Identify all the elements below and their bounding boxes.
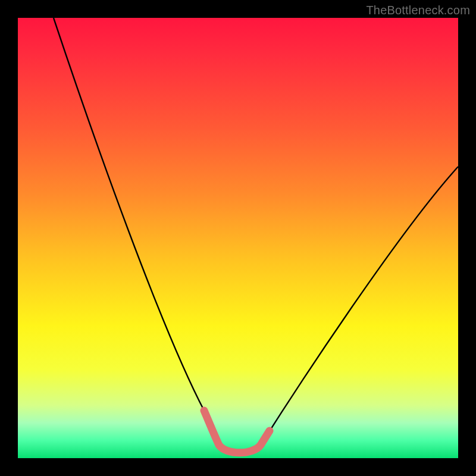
plot-area	[18, 18, 458, 458]
bottom-marker-band	[204, 411, 270, 453]
watermark-text: TheBottleneck.com	[366, 4, 470, 17]
curve-left	[54, 18, 219, 445]
curve-right	[261, 167, 458, 445]
curve-layer	[18, 18, 458, 458]
chart-frame: TheBottleneck.com	[0, 0, 476, 476]
